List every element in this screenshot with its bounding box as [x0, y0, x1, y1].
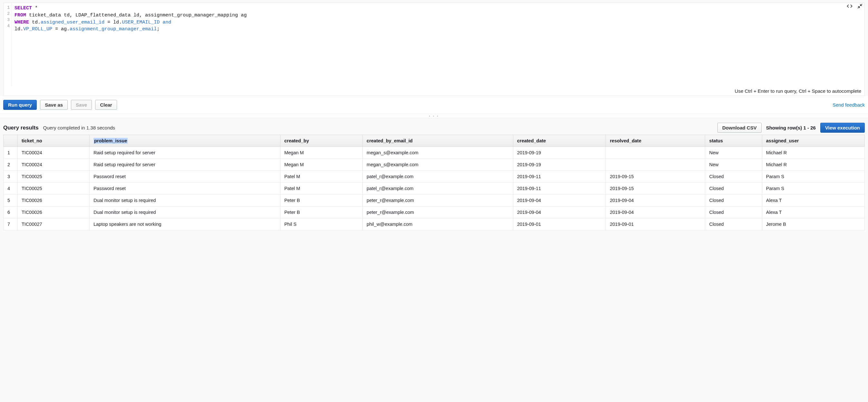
column-header-problem_issue[interactable]: problem_issue [89, 135, 280, 147]
row-number: 2 [4, 159, 18, 171]
cell-ticket_no: TIC00027 [18, 219, 90, 230]
cell-status: Closed [705, 206, 762, 219]
cell-created_by_email_id: megan_s@example.com [363, 159, 513, 171]
results-status: Query completed in 1.38 seconds [43, 125, 115, 130]
cell-created_by_email_id: patel_r@example.com [363, 182, 513, 195]
cell-problem_issue: Raid setup required for server [89, 147, 280, 159]
cell-assigned_user: Michael R [762, 159, 864, 171]
run-query-button[interactable]: Run query [3, 100, 37, 110]
code-content[interactable]: SELECT * FROM ticket_data td, LDAP_flatt… [12, 3, 249, 86]
sql-editor-panel: 1 2 3 4 SELECT * FROM ticket_data td, LD… [0, 0, 868, 96]
cell-created_by_email_id: patel_r@example.com [363, 171, 513, 182]
cell-resolved_date: 2019-09-04 [606, 195, 705, 206]
column-header-status[interactable]: status [705, 135, 762, 147]
cell-problem_issue: Raid setup required for server [89, 159, 280, 171]
cell-created_date: 2019-09-01 [513, 219, 606, 230]
row-number: 4 [4, 182, 18, 195]
cell-assigned_user: Param S [762, 182, 864, 195]
download-csv-button[interactable]: Download CSV [717, 123, 762, 133]
cell-problem_issue: Laptop speakers are not working [89, 219, 280, 230]
cell-problem_issue: Password reset [89, 171, 280, 182]
cell-assigned_user: Michael R [762, 147, 864, 159]
view-execution-button[interactable]: View execution [820, 123, 865, 133]
table-row[interactable]: 4TIC00025Password resetPatel Mpatel_r@ex… [4, 182, 865, 195]
cell-created_by: Peter B [280, 206, 363, 219]
cell-created_by: Patel M [280, 182, 363, 195]
column-header-created_by[interactable]: created_by [280, 135, 363, 147]
cell-assigned_user: Jerome B [762, 219, 864, 230]
cell-created_date: 2019-09-19 [513, 159, 606, 171]
cell-status: Closed [705, 219, 762, 230]
editor-hint: Use Ctrl + Enter to run query, Ctrl + Sp… [3, 86, 865, 96]
table-row[interactable]: 6TIC00026Dual monitor setup is requiredP… [4, 206, 865, 219]
code-toggle-icon[interactable] [847, 3, 852, 10]
cell-created_by: Megan M [280, 147, 363, 159]
cell-resolved_date: 2019-09-04 [606, 206, 705, 219]
save-as-button[interactable]: Save as [40, 100, 68, 110]
cell-status: New [705, 147, 762, 159]
table-row[interactable]: 1TIC00024Raid setup required for serverM… [4, 147, 865, 159]
table-row[interactable]: 5TIC00026Dual monitor setup is requiredP… [4, 195, 865, 206]
table-row[interactable]: 3TIC00025Password resetPatel Mpatel_r@ex… [4, 171, 865, 182]
collapse-icon[interactable] [857, 3, 863, 10]
cell-status: Closed [705, 195, 762, 206]
cell-created_by: Peter B [280, 195, 363, 206]
cell-created_by_email_id: phil_w@example.com [363, 219, 513, 230]
column-header-assigned_user[interactable]: assigned_user [762, 135, 864, 147]
cell-created_date: 2019-09-11 [513, 182, 606, 195]
cell-ticket_no: TIC00026 [18, 206, 90, 219]
table-row[interactable]: 2TIC00024Raid setup required for serverM… [4, 159, 865, 171]
cell-assigned_user: Param S [762, 171, 864, 182]
cell-problem_issue: Dual monitor setup is required [89, 195, 280, 206]
svg-line-0 [858, 7, 859, 8]
results-title: Query results [3, 125, 39, 131]
cell-resolved_date: 2019-09-15 [606, 182, 705, 195]
cell-status: Closed [705, 171, 762, 182]
cell-ticket_no: TIC00024 [18, 159, 90, 171]
row-count-label: Showing row(s) 1 - 26 [766, 125, 816, 130]
column-header-resolved_date[interactable]: resolved_date [606, 135, 705, 147]
cell-resolved_date: 2019-09-01 [606, 219, 705, 230]
results-table: ticket_noproblem_issuecreated_bycreated_… [3, 135, 865, 230]
results-table-container: ticket_noproblem_issuecreated_bycreated_… [0, 135, 868, 234]
row-number: 1 [4, 147, 18, 159]
line-gutter: 1 2 3 4 [4, 3, 12, 86]
cell-created_by: Phil S [280, 219, 363, 230]
cell-created_date: 2019-09-19 [513, 147, 606, 159]
send-feedback-link[interactable]: Send feedback [833, 102, 865, 108]
cell-created_date: 2019-09-04 [513, 195, 606, 206]
cell-ticket_no: TIC00025 [18, 182, 90, 195]
cell-ticket_no: TIC00024 [18, 147, 90, 159]
column-header-rownum[interactable] [4, 135, 18, 147]
cell-created_date: 2019-09-11 [513, 171, 606, 182]
row-number: 6 [4, 206, 18, 219]
cell-created_by_email_id: peter_r@example.com [363, 206, 513, 219]
cell-created_by: Megan M [280, 159, 363, 171]
cell-assigned_user: Alexa T [762, 206, 864, 219]
cell-ticket_no: TIC00025 [18, 171, 90, 182]
row-number: 3 [4, 171, 18, 182]
cell-created_by: Patel M [280, 171, 363, 182]
results-header: Query results Query completed in 1.38 se… [0, 118, 868, 135]
column-header-ticket_no[interactable]: ticket_no [18, 135, 90, 147]
query-toolbar: Run query Save as Save Clear Send feedba… [0, 96, 868, 114]
cell-created_date: 2019-09-04 [513, 206, 606, 219]
sql-editor[interactable]: 1 2 3 4 SELECT * FROM ticket_data td, LD… [3, 3, 865, 86]
column-header-created_by_email_id[interactable]: created_by_email_id [363, 135, 513, 147]
cell-created_by_email_id: megan_s@example.com [363, 147, 513, 159]
cell-created_by_email_id: peter_r@example.com [363, 195, 513, 206]
cell-status: New [705, 159, 762, 171]
cell-ticket_no: TIC00026 [18, 195, 90, 206]
column-header-created_date[interactable]: created_date [513, 135, 606, 147]
clear-button[interactable]: Clear [95, 100, 117, 110]
table-row[interactable]: 7TIC00027Laptop speakers are not working… [4, 219, 865, 230]
save-button: Save [71, 100, 92, 110]
cell-status: Closed [705, 182, 762, 195]
row-number: 5 [4, 195, 18, 206]
cell-resolved_date [606, 147, 705, 159]
row-number: 7 [4, 219, 18, 230]
svg-line-1 [861, 4, 862, 5]
pane-resize-handle[interactable]: • • • [0, 114, 868, 118]
cell-problem_issue: Dual monitor setup is required [89, 206, 280, 219]
cell-resolved_date [606, 159, 705, 171]
